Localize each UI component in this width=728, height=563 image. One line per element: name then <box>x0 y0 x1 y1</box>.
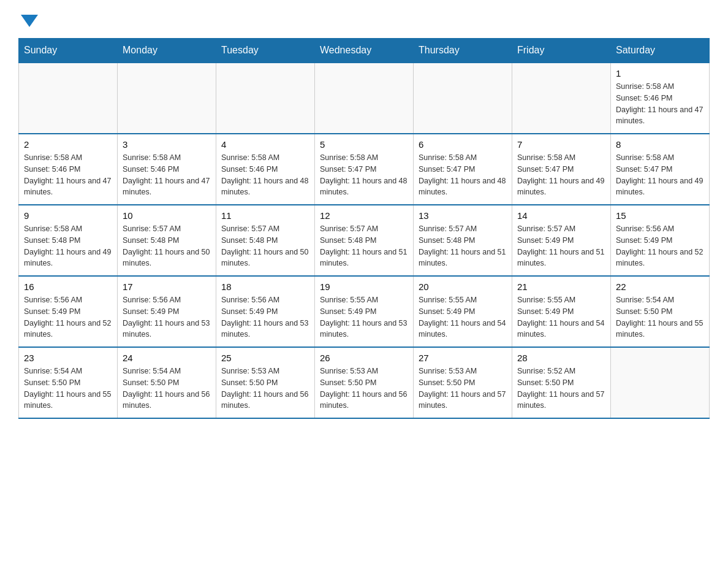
calendar-cell: 11Sunrise: 5:57 AM Sunset: 5:48 PM Dayli… <box>216 205 315 276</box>
day-number: 24 <box>123 353 211 363</box>
day-info: Sunrise: 5:52 AM Sunset: 5:50 PM Dayligh… <box>517 366 605 412</box>
calendar-cell: 13Sunrise: 5:57 AM Sunset: 5:48 PM Dayli… <box>414 205 512 276</box>
day-number: 20 <box>419 282 507 292</box>
calendar-cell: 18Sunrise: 5:56 AM Sunset: 5:49 PM Dayli… <box>216 276 315 347</box>
calendar-cell: 3Sunrise: 5:58 AM Sunset: 5:46 PM Daylig… <box>118 134 216 205</box>
day-number: 12 <box>320 210 408 221</box>
day-number: 14 <box>517 210 605 221</box>
logo <box>18 12 38 27</box>
day-info: Sunrise: 5:56 AM Sunset: 5:49 PM Dayligh… <box>616 223 704 269</box>
day-number: 22 <box>616 282 704 292</box>
day-info: Sunrise: 5:58 AM Sunset: 5:47 PM Dayligh… <box>616 152 704 198</box>
day-number: 26 <box>320 353 408 363</box>
day-number: 11 <box>221 210 309 221</box>
calendar-cell: 5Sunrise: 5:58 AM Sunset: 5:47 PM Daylig… <box>315 134 414 205</box>
day-number: 18 <box>221 282 309 292</box>
day-info: Sunrise: 5:54 AM Sunset: 5:50 PM Dayligh… <box>616 294 704 340</box>
calendar-cell: 22Sunrise: 5:54 AM Sunset: 5:50 PM Dayli… <box>611 276 710 347</box>
day-info: Sunrise: 5:58 AM Sunset: 5:48 PM Dayligh… <box>24 223 112 269</box>
calendar-week-0: 1Sunrise: 5:58 AM Sunset: 5:46 PM Daylig… <box>19 63 710 134</box>
day-number: 25 <box>221 353 309 363</box>
calendar-cell <box>216 63 315 134</box>
calendar-cell <box>118 63 216 134</box>
calendar-cell: 8Sunrise: 5:58 AM Sunset: 5:47 PM Daylig… <box>611 134 710 205</box>
header-tuesday: Tuesday <box>216 39 315 63</box>
day-info: Sunrise: 5:58 AM Sunset: 5:47 PM Dayligh… <box>517 152 605 198</box>
calendar-cell: 7Sunrise: 5:58 AM Sunset: 5:47 PM Daylig… <box>512 134 611 205</box>
day-info: Sunrise: 5:58 AM Sunset: 5:46 PM Dayligh… <box>221 152 309 198</box>
day-number: 5 <box>320 139 408 150</box>
day-info: Sunrise: 5:53 AM Sunset: 5:50 PM Dayligh… <box>320 366 408 412</box>
calendar-week-3: 16Sunrise: 5:56 AM Sunset: 5:49 PM Dayli… <box>19 276 710 347</box>
day-info: Sunrise: 5:58 AM Sunset: 5:46 PM Dayligh… <box>616 81 704 127</box>
day-number: 3 <box>123 139 211 150</box>
calendar-cell: 28Sunrise: 5:52 AM Sunset: 5:50 PM Dayli… <box>512 347 611 418</box>
day-number: 13 <box>419 210 507 221</box>
day-info: Sunrise: 5:57 AM Sunset: 5:48 PM Dayligh… <box>221 223 309 269</box>
header-friday: Friday <box>512 39 611 63</box>
day-number: 27 <box>419 353 507 363</box>
day-number: 16 <box>24 282 112 292</box>
day-info: Sunrise: 5:54 AM Sunset: 5:50 PM Dayligh… <box>123 366 211 412</box>
calendar-cell: 15Sunrise: 5:56 AM Sunset: 5:49 PM Dayli… <box>611 205 710 276</box>
day-number: 15 <box>616 210 704 221</box>
calendar-cell: 9Sunrise: 5:58 AM Sunset: 5:48 PM Daylig… <box>19 205 118 276</box>
calendar-cell: 17Sunrise: 5:56 AM Sunset: 5:49 PM Dayli… <box>118 276 216 347</box>
header-thursday: Thursday <box>414 39 512 63</box>
day-info: Sunrise: 5:57 AM Sunset: 5:48 PM Dayligh… <box>320 223 408 269</box>
day-info: Sunrise: 5:58 AM Sunset: 5:46 PM Dayligh… <box>24 152 112 198</box>
day-number: 9 <box>24 210 112 221</box>
day-number: 19 <box>320 282 408 292</box>
day-number: 21 <box>517 282 605 292</box>
day-number: 28 <box>517 353 605 363</box>
calendar-week-4: 23Sunrise: 5:54 AM Sunset: 5:50 PM Dayli… <box>19 347 710 418</box>
header-monday: Monday <box>118 39 216 63</box>
header-wednesday: Wednesday <box>315 39 414 63</box>
calendar-cell: 25Sunrise: 5:53 AM Sunset: 5:50 PM Dayli… <box>216 347 315 418</box>
calendar-cell: 20Sunrise: 5:55 AM Sunset: 5:49 PM Dayli… <box>414 276 512 347</box>
calendar-cell: 10Sunrise: 5:57 AM Sunset: 5:48 PM Dayli… <box>118 205 216 276</box>
calendar-cell <box>512 63 611 134</box>
calendar-cell: 2Sunrise: 5:58 AM Sunset: 5:46 PM Daylig… <box>19 134 118 205</box>
day-number: 2 <box>24 139 112 150</box>
calendar-cell: 16Sunrise: 5:56 AM Sunset: 5:49 PM Dayli… <box>19 276 118 347</box>
day-info: Sunrise: 5:56 AM Sunset: 5:49 PM Dayligh… <box>24 294 112 340</box>
calendar-table: SundayMondayTuesdayWednesdayThursdayFrid… <box>18 38 710 419</box>
day-info: Sunrise: 5:53 AM Sunset: 5:50 PM Dayligh… <box>221 366 309 412</box>
calendar-cell: 23Sunrise: 5:54 AM Sunset: 5:50 PM Dayli… <box>19 347 118 418</box>
day-info: Sunrise: 5:58 AM Sunset: 5:46 PM Dayligh… <box>123 152 211 198</box>
calendar-cell: 27Sunrise: 5:53 AM Sunset: 5:50 PM Dayli… <box>414 347 512 418</box>
calendar-week-2: 9Sunrise: 5:58 AM Sunset: 5:48 PM Daylig… <box>19 205 710 276</box>
calendar-cell: 1Sunrise: 5:58 AM Sunset: 5:46 PM Daylig… <box>611 63 710 134</box>
calendar-header-row: SundayMondayTuesdayWednesdayThursdayFrid… <box>19 39 710 63</box>
calendar-cell <box>315 63 414 134</box>
day-info: Sunrise: 5:58 AM Sunset: 5:47 PM Dayligh… <box>320 152 408 198</box>
day-number: 10 <box>123 210 211 221</box>
header-saturday: Saturday <box>611 39 710 63</box>
day-number: 8 <box>616 139 704 150</box>
day-info: Sunrise: 5:54 AM Sunset: 5:50 PM Dayligh… <box>24 366 112 412</box>
day-info: Sunrise: 5:55 AM Sunset: 5:49 PM Dayligh… <box>517 294 605 340</box>
day-info: Sunrise: 5:57 AM Sunset: 5:48 PM Dayligh… <box>419 223 507 269</box>
calendar-cell: 24Sunrise: 5:54 AM Sunset: 5:50 PM Dayli… <box>118 347 216 418</box>
calendar-cell: 12Sunrise: 5:57 AM Sunset: 5:48 PM Dayli… <box>315 205 414 276</box>
day-info: Sunrise: 5:53 AM Sunset: 5:50 PM Dayligh… <box>419 366 507 412</box>
logo-triangle-icon <box>21 15 38 27</box>
day-number: 4 <box>221 139 309 150</box>
day-info: Sunrise: 5:57 AM Sunset: 5:49 PM Dayligh… <box>517 223 605 269</box>
calendar-cell <box>19 63 118 134</box>
day-info: Sunrise: 5:55 AM Sunset: 5:49 PM Dayligh… <box>320 294 408 340</box>
header-sunday: Sunday <box>19 39 118 63</box>
calendar-cell <box>414 63 512 134</box>
day-info: Sunrise: 5:58 AM Sunset: 5:47 PM Dayligh… <box>419 152 507 198</box>
day-number: 23 <box>24 353 112 363</box>
calendar-cell: 4Sunrise: 5:58 AM Sunset: 5:46 PM Daylig… <box>216 134 315 205</box>
header <box>18 12 710 27</box>
day-info: Sunrise: 5:56 AM Sunset: 5:49 PM Dayligh… <box>221 294 309 340</box>
calendar-week-1: 2Sunrise: 5:58 AM Sunset: 5:46 PM Daylig… <box>19 134 710 205</box>
calendar-cell: 14Sunrise: 5:57 AM Sunset: 5:49 PM Dayli… <box>512 205 611 276</box>
calendar-cell: 21Sunrise: 5:55 AM Sunset: 5:49 PM Dayli… <box>512 276 611 347</box>
day-number: 7 <box>517 139 605 150</box>
day-info: Sunrise: 5:57 AM Sunset: 5:48 PM Dayligh… <box>123 223 211 269</box>
day-info: Sunrise: 5:56 AM Sunset: 5:49 PM Dayligh… <box>123 294 211 340</box>
